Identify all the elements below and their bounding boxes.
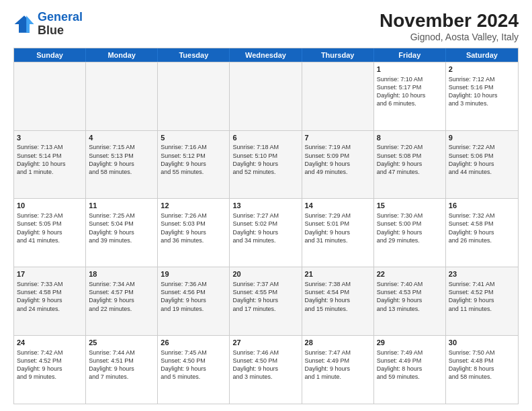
day-number: 21 bbox=[305, 269, 371, 279]
day-number: 20 bbox=[232, 269, 298, 279]
day-info-line: Sunrise: 7:49 AM bbox=[377, 349, 443, 357]
day-info-line: Sunrise: 7:19 AM bbox=[305, 143, 371, 151]
day-info-line: Sunset: 5:05 PM bbox=[17, 220, 83, 228]
day-cell-13: 13Sunrise: 7:27 AMSunset: 5:02 PMDayligh… bbox=[230, 199, 302, 267]
day-info-line: Sunset: 5:12 PM bbox=[161, 152, 226, 160]
day-cell-5: 5Sunrise: 7:16 AMSunset: 5:12 PMDaylight… bbox=[158, 131, 230, 199]
day-info-line: Sunset: 4:50 PM bbox=[161, 357, 226, 365]
logo-text: General Blue bbox=[38, 11, 83, 38]
day-info-line: Sunrise: 7:46 AM bbox=[232, 349, 298, 357]
day-cell-10: 10Sunrise: 7:23 AMSunset: 5:05 PMDayligh… bbox=[14, 199, 86, 267]
day-info-line: and 39 minutes. bbox=[89, 236, 154, 244]
day-info-line: Sunset: 4:50 PM bbox=[232, 357, 298, 365]
day-info-line: and 13 minutes. bbox=[377, 305, 443, 313]
day-number: 11 bbox=[89, 201, 154, 211]
day-info-line: Sunrise: 7:16 AM bbox=[161, 143, 226, 151]
day-info-line: Sunset: 4:55 PM bbox=[232, 288, 298, 296]
day-cell-empty-0-2 bbox=[158, 62, 230, 130]
day-number: 15 bbox=[377, 201, 443, 211]
day-cell-25: 25Sunrise: 7:44 AMSunset: 4:51 PMDayligh… bbox=[86, 336, 158, 404]
day-cell-17: 17Sunrise: 7:33 AMSunset: 4:58 PMDayligh… bbox=[14, 267, 86, 335]
day-cell-26: 26Sunrise: 7:45 AMSunset: 4:50 PMDayligh… bbox=[158, 336, 230, 404]
day-info-line: Sunset: 4:52 PM bbox=[17, 357, 83, 365]
day-info-line: Sunset: 5:09 PM bbox=[305, 152, 371, 160]
day-info-line: Sunset: 5:03 PM bbox=[161, 220, 226, 228]
day-info-line: and 52 minutes. bbox=[232, 168, 298, 176]
day-cell-15: 15Sunrise: 7:30 AMSunset: 5:00 PMDayligh… bbox=[374, 199, 446, 267]
day-info-line: Sunrise: 7:33 AM bbox=[17, 280, 83, 288]
day-info-line: and 49 minutes. bbox=[305, 168, 371, 176]
day-info-line: Sunset: 4:56 PM bbox=[161, 288, 226, 296]
calendar-row-1: 1Sunrise: 7:10 AMSunset: 5:17 PMDaylight… bbox=[14, 62, 518, 130]
day-info-line: Daylight: 9 hours bbox=[17, 228, 83, 236]
day-cell-7: 7Sunrise: 7:19 AMSunset: 5:09 PMDaylight… bbox=[302, 131, 374, 199]
day-cell-18: 18Sunrise: 7:34 AMSunset: 4:57 PMDayligh… bbox=[86, 267, 158, 335]
day-info-line: Sunrise: 7:44 AM bbox=[89, 349, 154, 357]
day-number: 29 bbox=[377, 338, 443, 348]
day-info-line: Daylight: 8 hours bbox=[377, 365, 443, 373]
weekday-header-monday: Monday bbox=[86, 48, 158, 62]
day-info-line: and 22 minutes. bbox=[89, 305, 154, 313]
day-info-line: Sunset: 5:14 PM bbox=[17, 152, 83, 160]
day-number: 17 bbox=[17, 269, 83, 279]
day-info-line: Daylight: 8 hours bbox=[449, 365, 515, 373]
calendar-row-3: 10Sunrise: 7:23 AMSunset: 5:05 PMDayligh… bbox=[14, 198, 518, 267]
day-cell-16: 16Sunrise: 7:32 AMSunset: 4:58 PMDayligh… bbox=[446, 199, 518, 267]
day-info-line: Sunrise: 7:42 AM bbox=[17, 349, 83, 357]
day-info-line: Sunset: 4:53 PM bbox=[377, 288, 443, 296]
day-info-line: Sunset: 5:06 PM bbox=[449, 152, 515, 160]
day-info-line: Sunset: 4:52 PM bbox=[449, 288, 515, 296]
day-number: 3 bbox=[17, 133, 83, 143]
day-number: 26 bbox=[161, 338, 226, 348]
day-info-line: and 17 minutes. bbox=[232, 305, 298, 313]
day-cell-28: 28Sunrise: 7:47 AMSunset: 4:49 PMDayligh… bbox=[302, 336, 374, 404]
day-info-line: Daylight: 9 hours bbox=[449, 296, 515, 304]
page-title: November 2024 bbox=[380, 11, 519, 32]
weekday-header-wednesday: Wednesday bbox=[230, 48, 302, 62]
day-info-line: and 24 minutes. bbox=[17, 305, 83, 313]
logo-line2: Blue bbox=[38, 24, 83, 38]
day-info-line: and 1 minute. bbox=[305, 373, 371, 381]
calendar-body: 1Sunrise: 7:10 AMSunset: 5:17 PMDaylight… bbox=[14, 62, 518, 404]
day-number: 27 bbox=[232, 338, 298, 348]
day-info-line: Sunrise: 7:13 AM bbox=[17, 143, 83, 151]
day-info-line: and 47 minutes. bbox=[377, 168, 443, 176]
weekday-header-tuesday: Tuesday bbox=[158, 48, 230, 62]
svg-marker-1 bbox=[26, 15, 34, 33]
logo-line1: General bbox=[38, 10, 83, 24]
day-number: 10 bbox=[17, 201, 83, 211]
day-cell-empty-0-3 bbox=[230, 62, 302, 130]
day-info-line: Sunrise: 7:20 AM bbox=[377, 143, 443, 151]
day-info-line: Sunset: 5:10 PM bbox=[232, 152, 298, 160]
page-subtitle: Gignod, Aosta Valley, Italy bbox=[380, 32, 519, 42]
day-cell-1: 1Sunrise: 7:10 AMSunset: 5:17 PMDaylight… bbox=[374, 62, 446, 130]
weekday-header-thursday: Thursday bbox=[302, 48, 374, 62]
calendar-row-5: 24Sunrise: 7:42 AMSunset: 4:52 PMDayligh… bbox=[14, 335, 518, 404]
day-info-line: Daylight: 9 hours bbox=[449, 160, 515, 168]
day-cell-9: 9Sunrise: 7:22 AMSunset: 5:06 PMDaylight… bbox=[446, 131, 518, 199]
day-info-line: Sunset: 5:04 PM bbox=[89, 220, 154, 228]
day-number: 1 bbox=[377, 64, 443, 75]
day-info-line: Sunset: 5:17 PM bbox=[377, 83, 443, 91]
day-info-line: Sunset: 4:48 PM bbox=[449, 357, 515, 365]
day-info-line: Daylight: 9 hours bbox=[305, 365, 371, 373]
day-info-line: Sunrise: 7:41 AM bbox=[449, 280, 515, 288]
calendar-row-2: 3Sunrise: 7:13 AMSunset: 5:14 PMDaylight… bbox=[14, 130, 518, 199]
day-info-line: and 58 minutes. bbox=[89, 168, 154, 176]
day-info-line: Sunrise: 7:15 AM bbox=[89, 143, 154, 151]
day-info-line: and 1 minute. bbox=[17, 168, 83, 176]
day-number: 12 bbox=[161, 201, 226, 211]
day-info-line: Daylight: 9 hours bbox=[17, 296, 83, 304]
day-info-line: Daylight: 9 hours bbox=[89, 228, 154, 236]
day-info-line: Sunrise: 7:34 AM bbox=[89, 280, 154, 288]
header: General Blue November 2024 Gignod, Aosta… bbox=[13, 11, 519, 42]
day-info-line: Daylight: 9 hours bbox=[161, 365, 226, 373]
day-info-line: and 26 minutes. bbox=[449, 236, 515, 244]
day-info-line: Daylight: 10 hours bbox=[377, 91, 443, 99]
day-info-line: and 9 minutes. bbox=[17, 373, 83, 381]
day-info-line: Sunrise: 7:37 AM bbox=[232, 280, 298, 288]
day-number: 28 bbox=[305, 338, 371, 348]
day-info-line: and 29 minutes. bbox=[377, 236, 443, 244]
day-number: 5 bbox=[161, 133, 226, 143]
day-cell-11: 11Sunrise: 7:25 AMSunset: 5:04 PMDayligh… bbox=[86, 199, 158, 267]
